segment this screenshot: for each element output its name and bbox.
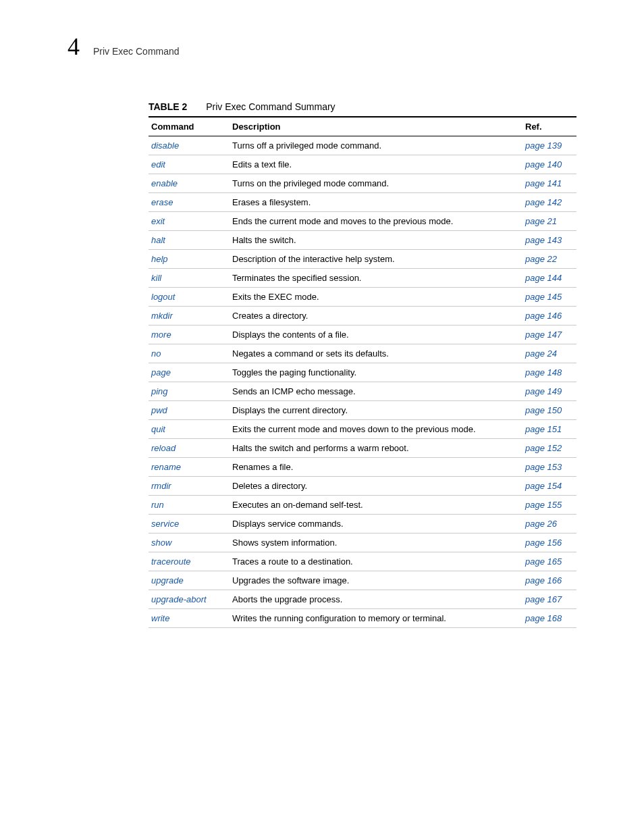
description-cell: Halts the switch. [230,231,522,250]
table-row: writeWrites the running configuration to… [149,609,576,628]
page-ref-link[interactable]: page 168 [525,613,562,623]
description-cell: Displays the current directory. [230,401,522,420]
ref-cell: page 21 [522,212,576,231]
page-ref-link[interactable]: page 143 [525,235,562,245]
ref-cell: page 150 [522,401,576,420]
command-cell: upgrade-abort [149,590,230,609]
page-ref-link[interactable]: page 154 [525,481,562,491]
table-row: upgradeUpgrades the software image.page … [149,571,576,590]
ref-cell: page 166 [522,571,576,590]
table-row: exitEnds the current mode and moves to t… [149,212,576,231]
page-ref-link[interactable]: page 155 [525,500,562,510]
command-link[interactable]: ping [151,386,168,396]
page-ref-link[interactable]: page 167 [525,594,562,604]
command-link[interactable]: upgrade [151,575,184,585]
command-link[interactable]: rmdir [151,481,171,491]
description-cell: Renames a file. [230,458,522,477]
command-link[interactable]: exit [151,216,165,226]
command-cell: enable [149,174,230,193]
command-link[interactable]: write [151,613,169,623]
page-ref-link[interactable]: page 26 [525,519,557,529]
description-cell: Aborts the upgrade process. [230,590,522,609]
command-link[interactable]: upgrade-abort [151,594,207,604]
page-ref-link[interactable]: page 156 [525,538,562,548]
page-ref-link[interactable]: page 146 [525,311,562,321]
col-header-description: Description [230,117,522,136]
ref-cell: page 141 [522,174,576,193]
ref-cell: page 152 [522,439,576,458]
command-link[interactable]: mkdir [151,311,173,321]
page-ref-link[interactable]: page 149 [525,386,562,396]
ref-cell: page 151 [522,420,576,439]
table-caption: TABLE 2 Priv Exec Command Summary [149,101,576,112]
command-cell: pwd [149,401,230,420]
description-cell: Traces a route to a destination. [230,552,522,571]
command-cell: disable [149,136,230,155]
command-cell: write [149,609,230,628]
page-ref-link[interactable]: page 147 [525,330,562,340]
page-ref-link[interactable]: page 166 [525,575,562,585]
table-row: runExecutes an on-demand self-test.page … [149,496,576,515]
page-ref-link[interactable]: page 21 [525,216,557,226]
command-link[interactable]: halt [151,235,165,245]
table-row: reloadHalts the switch and performs a wa… [149,439,576,458]
table-row: upgrade-abortAborts the upgrade process.… [149,590,576,609]
ref-cell: page 24 [522,344,576,363]
table-row: renameRenames a file.page 153 [149,458,576,477]
table-row: showShows system information.page 156 [149,533,576,552]
page-ref-link[interactable]: page 144 [525,273,562,283]
description-cell: Halts the switch and performs a warm reb… [230,439,522,458]
ref-cell: page 148 [522,363,576,382]
table-row: moreDisplays the contents of a file.page… [149,325,576,344]
page-ref-link[interactable]: page 140 [525,159,562,170]
ref-cell: page 142 [522,193,576,212]
command-link[interactable]: kill [151,273,161,283]
command-link[interactable]: enable [151,178,178,188]
command-link[interactable]: page [151,367,171,377]
command-cell: mkdir [149,307,230,325]
command-link[interactable]: erase [151,197,173,207]
command-link[interactable]: logout [151,292,175,302]
page-ref-link[interactable]: page 141 [525,178,562,188]
command-link[interactable]: quit [151,424,165,434]
command-cell: halt [149,231,230,250]
page-ref-link[interactable]: page 139 [525,140,562,151]
col-header-ref: Ref. [522,117,576,136]
table-row: disableTurns off a privileged mode comma… [149,136,576,155]
command-link[interactable]: run [151,500,164,510]
page-ref-link[interactable]: page 153 [525,462,562,472]
description-cell: Erases a filesystem. [230,193,522,212]
command-link[interactable]: rename [151,462,181,472]
page-ref-link[interactable]: page 152 [525,443,562,453]
table-row: editEdits a text file.page 140 [149,155,576,174]
command-link[interactable]: pwd [151,405,167,415]
description-cell: Terminates the specified session. [230,269,522,288]
table-header-row: Command Description Ref. [149,117,576,136]
description-cell: Shows system information. [230,533,522,552]
command-link[interactable]: more [151,330,171,340]
page-ref-link[interactable]: page 150 [525,405,562,415]
command-link[interactable]: help [151,254,168,264]
ref-cell: page 155 [522,496,576,515]
page-ref-link[interactable]: page 151 [525,424,562,434]
page-ref-link[interactable]: page 24 [525,348,557,359]
page-ref-link[interactable]: page 142 [525,197,562,207]
description-cell: Sends an ICMP echo message. [230,382,522,401]
command-link[interactable]: service [151,519,179,529]
command-link[interactable]: show [151,538,171,548]
command-link[interactable]: disable [151,140,179,151]
table-row: eraseErases a filesystem.page 142 [149,193,576,212]
command-link[interactable]: reload [151,443,176,453]
table-row: pwdDisplays the current directory.page 1… [149,401,576,420]
page-ref-link[interactable]: page 145 [525,292,562,302]
ref-cell: page 139 [522,136,576,155]
ref-cell: page 154 [522,477,576,496]
page-ref-link[interactable]: page 165 [525,556,562,567]
command-cell: erase [149,193,230,212]
description-cell: Ends the current mode and moves to the p… [230,212,522,231]
command-link[interactable]: traceroute [151,556,191,567]
command-link[interactable]: edit [151,159,165,170]
page-ref-link[interactable]: page 148 [525,367,562,377]
page-ref-link[interactable]: page 22 [525,254,557,264]
command-link[interactable]: no [151,348,161,359]
